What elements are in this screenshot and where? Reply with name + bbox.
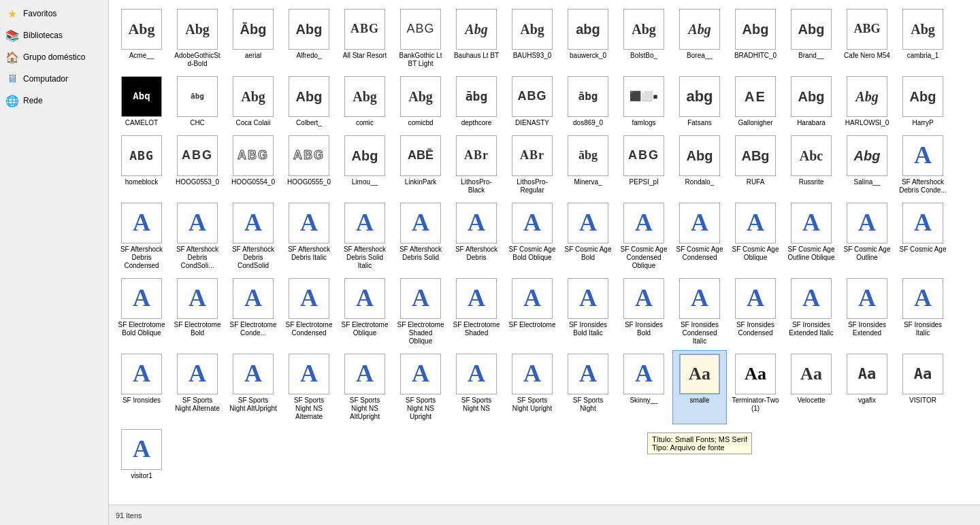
font-item-allstar[interactable]: ABG All Star Resort (338, 5, 392, 71)
font-item-cocacola[interactable]: Abg Coca Colaii (226, 73, 280, 131)
font-item-hoog0554[interactable]: ABG HOOG0554_0 (226, 132, 280, 198)
font-item-sf-ironsides-condensed[interactable]: A SF Ironsides Condensed (728, 275, 783, 349)
font-item-sf-cosmic-bold-oblique[interactable]: A SF Cosmic Age Bold Oblique (505, 199, 559, 273)
font-item-sf-aftershock-condsoliditl[interactable]: A SF Aftershock Debris CondSoli... (170, 199, 225, 273)
font-item-famlogs[interactable]: ⬛⬜▪ famlogs (617, 73, 671, 131)
font-item-harryp[interactable]: Abg HarryP (896, 73, 950, 131)
font-item-sf-ironsides-bold-italic[interactable]: A SF Ironsides Bold Italic (561, 275, 615, 349)
sidebar-item-favoritos[interactable]: ★ Favoritos (0, 3, 108, 24)
font-item-bauhs93[interactable]: Abg BAUHS93_0 (505, 5, 559, 71)
sidebar-item-bibliotecas[interactable]: 📚 Bibliotecas (0, 24, 108, 46)
font-item-sf-aftershock-condensed-obl[interactable]: A SF Aftershock Debris Conde... (896, 132, 950, 198)
font-item-chc[interactable]: ābg CHC (170, 73, 225, 131)
font-item-sf-electrotome-oblique[interactable]: A SF Electrotome Oblique (338, 275, 392, 349)
font-item-sf-cosmic-outline[interactable]: A SF Cosmic Age Outline (840, 199, 894, 273)
font-item-sf-electrotome-shaded-oblique[interactable]: A SF Electrotome Shaded Oblique (393, 275, 448, 349)
font-item-bauhaus[interactable]: Abg Bauhaus Lt BT (449, 5, 504, 71)
font-item-sf-sports-ns-alternate[interactable]: A SF Sports Night NS Alternate (282, 350, 336, 424)
font-item-lithospro-regular[interactable]: ABr LithosPro-Regular (505, 132, 559, 198)
font-item-pepsi[interactable]: ABG PEPSI_pl (617, 132, 671, 198)
font-item-harlowsi[interactable]: Abg HARLOWSI_0 (840, 73, 894, 131)
font-item-dos869[interactable]: ābg dos869_0 (561, 73, 615, 131)
font-item-dienasty[interactable]: ABG DIENASTY (505, 73, 559, 131)
font-item-limou[interactable]: Abg Limou__ (338, 132, 392, 198)
font-item-sf-aftershock[interactable]: A SF Aftershock Debris (449, 199, 504, 273)
font-item-sf-electrotome-bold[interactable]: A SF Electrotome Bold (170, 275, 225, 349)
font-item-sf-ironsides-bold[interactable]: A SF Ironsides Bold (617, 275, 671, 349)
font-item-brand[interactable]: Abg Brand__ (784, 5, 838, 71)
font-item-sf-cosmic-oblique[interactable]: A SF Cosmic Age Oblique (728, 199, 783, 273)
font-item-homeblock[interactable]: ABG homeblock (114, 132, 169, 198)
font-item-sf-ironsides-italic[interactable]: A SF Ironsides Italic (896, 275, 950, 349)
font-item-sf-sports-ns-altupright[interactable]: A SF Sports Night NS AltUpright (338, 350, 392, 424)
font-item-sf-aftershock-solid[interactable]: A SF Aftershock Debris Solid (393, 199, 448, 273)
font-item-skinny[interactable]: A Skinny__ (617, 350, 671, 424)
font-name: Rondalo_ (685, 178, 715, 186)
font-item-gallonigher[interactable]: AE Gallonigher (728, 73, 783, 131)
font-item-sf-sports-ns[interactable]: A SF Sports Night NS (449, 350, 504, 424)
font-item-lithospro-black[interactable]: ABr LithosPro-Black (449, 132, 504, 198)
font-item-sf-sports-ns-upright[interactable]: A SF Sports Night NS Upright (393, 350, 448, 424)
font-item-adobegothic[interactable]: Abg AdobeGothicStd-Bold (170, 5, 225, 71)
font-item-sf-sports-altupright[interactable]: A SF Sports Night AltUpright (226, 350, 280, 424)
font-item-sf-electrotome-conde[interactable]: A SF Electrotome Conde... (226, 275, 280, 349)
font-item-linkinpark[interactable]: ABĒ LinkinPark (393, 132, 448, 198)
font-item-camelot[interactable]: Abq CAMELOT (114, 73, 169, 131)
font-item-comicbd[interactable]: Abg comicbd (393, 73, 448, 131)
font-item-visitor1[interactable]: A visitor1 (114, 426, 169, 484)
font-item-hoog0555[interactable]: ABG HOOG0555_0 (282, 132, 336, 198)
font-item-bauwerck[interactable]: abg bauwerck_0 (561, 5, 615, 71)
font-item-fatsans[interactable]: abg Fatsans (672, 73, 727, 131)
font-item-cambria[interactable]: Abg cambria_1 (896, 5, 950, 71)
sidebar-item-grupo[interactable]: 🏠 Grupo doméstico (0, 46, 108, 68)
font-item-sf-ironsides-extended[interactable]: A SF Ironsides Extended (840, 275, 894, 349)
font-item-sf-cosmic-bold[interactable]: A SF Cosmic Age Bold (561, 199, 615, 273)
font-item-sf-electrotome-condensed[interactable]: A SF Electrotome Condensed (282, 275, 336, 349)
font-item-sf-aftershock-italic[interactable]: A SF Aftershock Debris Italic (282, 199, 336, 273)
font-item-bradhitc[interactable]: Abg BRADHITC_0 (728, 5, 783, 71)
font-item-velocette[interactable]: Aa Velocette (784, 350, 838, 424)
font-item-smalle[interactable]: Aa smalle Título: Small Fonts; MS Serif … (672, 350, 727, 424)
font-item-minerva[interactable]: ābg Minerva_ (561, 132, 615, 198)
font-item-sf-cosmic[interactable]: A SF Cosmic Age (896, 199, 950, 273)
font-item-sf-aftershock-condensed[interactable]: A SF Aftershock Debris Condensed (114, 199, 169, 273)
font-item-sf-sports[interactable]: A SF Sports Night (561, 350, 615, 424)
font-item-sf-aftershock-solid-italic[interactable]: A SF Aftershock Debris Solid Italic (338, 199, 392, 273)
font-item-colbert[interactable]: Abg Colbert_ (282, 73, 336, 131)
font-item-bolstbo[interactable]: Abg BolstBo_ (617, 5, 671, 71)
font-item-sf-cosmic-outline-oblique[interactable]: A SF Cosmic Age Outline Oblique (784, 199, 838, 273)
font-item-rufa[interactable]: ABg RUFA (728, 132, 783, 198)
font-item-hoog0553[interactable]: ABG HOOG0553_0 (170, 132, 225, 198)
font-item-sf-ironsides-condensed-italic[interactable]: A SF Ironsides Condensed Italic (672, 275, 727, 349)
font-item-borea[interactable]: Abg Borea__ (672, 5, 727, 71)
font-item-sf-electrotome-shaded[interactable]: A SF Electrotome Shaded (449, 275, 504, 349)
font-item-sf-sports-upright[interactable]: A SF Sports Night Upright (505, 350, 559, 424)
font-item-sf-cosmic-condensed[interactable]: A SF Cosmic Age Condensed (672, 199, 727, 273)
font-item-terminator[interactable]: Aa Terminator-Two (1) (728, 350, 783, 424)
font-item-harabara[interactable]: Abg Harabara (784, 73, 838, 131)
font-item-bankgothic[interactable]: ABG BankGothic Lt BT Light (393, 5, 448, 71)
font-item-visitor[interactable]: Aa VISITOR (896, 350, 950, 424)
font-item-rondalo[interactable]: Abg Rondalo_ (672, 132, 727, 198)
font-item-russrite[interactable]: Abc Russrite (784, 132, 838, 198)
font-item-depthcore[interactable]: ābg depthcore (449, 73, 504, 131)
font-item-sf-sports-alternate[interactable]: A SF Sports Night Alternate (170, 350, 225, 424)
sidebar-label-computador: Computador (23, 74, 68, 84)
font-item-alfredo[interactable]: Abg Alfredo_ (282, 5, 336, 71)
font-item-sf-ironsides[interactable]: A SF Ironsides (114, 350, 169, 424)
font-icon: Aa (902, 354, 943, 394)
font-item-cafenero[interactable]: ABG Cafe Nero M54 (840, 5, 894, 71)
font-icon: A (177, 278, 218, 319)
font-item-salina[interactable]: Abg Salina__ (840, 132, 894, 198)
font-item-vgafix[interactable]: Aa vgafix (840, 350, 894, 424)
font-item-acme[interactable]: Abg Acme__ (114, 5, 169, 71)
font-item-sf-cosmic-condensed-oblique[interactable]: A SF Cosmic Age Condensed Oblique (617, 199, 671, 273)
font-item-sf-ironsides-extended-italic[interactable]: A SF Ironsides Extended Italic (784, 275, 838, 349)
font-item-comic[interactable]: Abg comic (338, 73, 392, 131)
sidebar-item-computador[interactable]: 🖥 Computador (0, 68, 108, 90)
font-item-sf-aftershock-condsolid[interactable]: A SF Aftershock Debris CondSolid (226, 199, 280, 273)
font-item-aerial[interactable]: Ābg aerial (226, 5, 280, 71)
font-item-sf-electrotome-bold-oblique[interactable]: A SF Electrotome Bold Oblique (114, 275, 169, 349)
font-item-sf-electrotome[interactable]: A SF Electrotome (505, 275, 559, 349)
sidebar-item-rede[interactable]: 🌐 Rede (0, 90, 108, 112)
